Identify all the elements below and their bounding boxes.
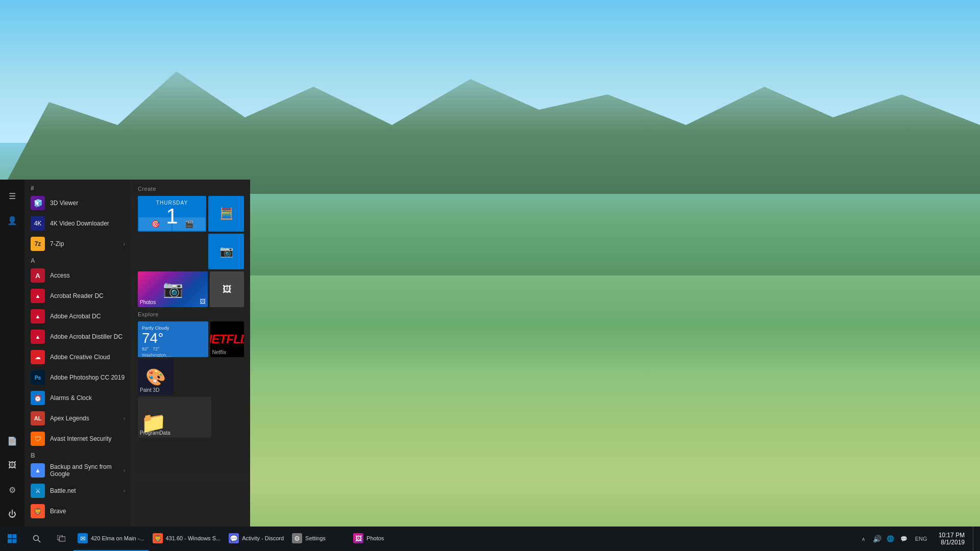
show-desktop-btn[interactable] xyxy=(973,527,976,551)
app-label-3d-viewer: 3D Viewer xyxy=(50,199,125,207)
taskbar: ✉ 420 Elma on Main -... 🦁 431.60 - Windo… xyxy=(0,527,980,551)
tiles-row-4: 🎨 Paint 3D xyxy=(138,359,244,395)
start-photos-btn[interactable]: 🖼 xyxy=(0,453,24,478)
app-icon-avast: 🛡 xyxy=(31,432,45,446)
start-hamburger-btn[interactable]: ☰ xyxy=(0,184,24,208)
tile-netflix[interactable]: NETFLIX Netflix xyxy=(210,321,244,357)
tray-language[interactable]: ENG xyxy=(912,536,930,542)
tiles-row-1: Thursday 1 🎯 🎬 🧮 📷 xyxy=(138,196,244,269)
start-doc-btn[interactable]: 📄 xyxy=(0,429,24,453)
app-label-alarms: Alarms & Clock xyxy=(50,394,125,402)
app-item-7zip[interactable]: 7z 7-Zip › xyxy=(24,234,131,254)
svg-line-5 xyxy=(38,540,41,543)
app-item-acrobat-reader[interactable]: ▲ Acrobat Reader DC xyxy=(24,286,131,306)
svg-rect-2 xyxy=(8,539,12,543)
app-item-avast[interactable]: 🛡 Avast Internet Security xyxy=(24,429,131,449)
tile-calc-icon: 🧮 xyxy=(219,207,233,220)
taskbar-item-outlook[interactable]: ✉ 420 Elma on Main -... xyxy=(74,527,149,551)
app-icon-alarms: ⏰ xyxy=(31,391,45,405)
taskbar-icon-brave: 🦁 xyxy=(153,533,163,543)
app-icon-brave: 🦁 xyxy=(31,504,45,518)
explore-label: Explore xyxy=(138,311,244,317)
app-item-3d-viewer[interactable]: 🧊 3D Viewer xyxy=(24,193,131,213)
tile-photos-icon: 📷 xyxy=(163,279,183,298)
task-view-btn[interactable] xyxy=(49,527,74,551)
app-label-photoshop: Adobe Photoshop CC 2019 xyxy=(50,374,125,381)
app-item-backup[interactable]: ▲ Backup and Sync from Google › xyxy=(24,460,131,481)
app-icon-creative-cloud: ☁ xyxy=(31,350,45,364)
app-icon-3d-viewer: 🧊 xyxy=(31,196,45,210)
app-item-creative-cloud[interactable]: ☁ Adobe Creative Cloud xyxy=(24,347,131,367)
tray-chevron-btn[interactable]: ∧ xyxy=(858,527,869,551)
tile-programdata-label: ProgramData xyxy=(140,430,170,436)
taskbar-item-discord[interactable]: 💬 Activity - Discord xyxy=(225,527,288,551)
tile-programdata[interactable]: 📁 ProgramData xyxy=(138,397,211,438)
tiles-row-2: 📷 Photos 🖼 🖼 xyxy=(138,271,244,307)
start-user-btn[interactable]: 👤 xyxy=(0,208,24,233)
tile-sub-video: 🎬 xyxy=(173,217,205,231)
start-button[interactable] xyxy=(0,527,24,551)
tile-gray-icon: 🖼 xyxy=(223,284,232,295)
app-label-apex: Apex Legends xyxy=(50,415,118,422)
tile-camera-icon: 📷 xyxy=(219,245,233,258)
svg-rect-7 xyxy=(59,537,65,541)
tray-volume-icon[interactable]: 🔊 xyxy=(871,527,884,551)
tray-icons: 🔊 🌐 💬 xyxy=(871,527,910,551)
app-icon-apex: AL xyxy=(31,411,45,425)
tile-calendar-sub: 🎯 🎬 xyxy=(139,217,205,231)
app-item-adobe-acrobat[interactable]: ▲ Adobe Acrobat DC xyxy=(24,306,131,327)
app-item-battle[interactable]: ⚔ Battle.net › xyxy=(24,481,131,501)
svg-rect-0 xyxy=(8,534,12,538)
app-icon-battle: ⚔ xyxy=(31,484,45,498)
tile-calc[interactable]: 🧮 xyxy=(208,196,244,232)
tile-sub-groove: 🎯 xyxy=(139,217,172,231)
app-item-alarms[interactable]: ⏰ Alarms & Clock xyxy=(24,388,131,408)
taskbar-icon-photos: 🖼 xyxy=(353,533,363,543)
taskbar-icon-discord: 💬 xyxy=(229,533,239,543)
taskbar-item-settings[interactable]: ⚙ Settings xyxy=(288,527,349,551)
taskbar-item-photos[interactable]: 🖼 Photos xyxy=(349,527,410,551)
tile-weather-location: Washington,... xyxy=(142,353,171,357)
app-label-access: Access xyxy=(50,272,125,279)
taskbar-icon-settings: ⚙ xyxy=(292,533,302,543)
tray-clock[interactable]: 10:17 PM 8/1/2019 xyxy=(933,527,971,551)
app-item-adobe-distiller[interactable]: ▲ Adobe Acrobat Distiller DC xyxy=(24,327,131,347)
tile-photos[interactable]: 📷 Photos 🖼 xyxy=(138,271,208,307)
app-item-access[interactable]: A Access xyxy=(24,265,131,286)
app-arrow-backup: › xyxy=(124,468,125,473)
tile-camera[interactable]: 📷 xyxy=(208,234,244,269)
tile-small-gray[interactable]: 🖼 xyxy=(210,271,244,307)
app-item-brave[interactable]: 🦁 Brave xyxy=(24,501,131,521)
app-label-battle: Battle.net xyxy=(50,487,118,494)
start-settings-btn[interactable]: ⚙ xyxy=(0,478,24,502)
app-item-apex[interactable]: AL Apex Legends › xyxy=(24,408,131,429)
taskbar-search-btn[interactable] xyxy=(24,527,49,551)
app-item-4k[interactable]: 4K 4K Video Downloader xyxy=(24,213,131,234)
letter-a: A xyxy=(24,254,131,265)
tile-weather[interactable]: Partly Cloudy 74° 82° 72° Washington,... xyxy=(138,321,208,357)
svg-rect-3 xyxy=(13,539,17,543)
app-item-photoshop[interactable]: Ps Adobe Photoshop CC 2019 xyxy=(24,367,131,388)
tray-notification-icon[interactable]: 💬 xyxy=(898,527,910,551)
taskbar-text-discord: Activity - Discord xyxy=(242,535,284,541)
tile-calendar[interactable]: Thursday 1 🎯 🎬 xyxy=(138,196,206,232)
tile-weather-condition: Partly Cloudy xyxy=(142,325,169,331)
app-label-brave: Brave xyxy=(50,508,125,515)
taskbar-item-brave[interactable]: 🦁 431.60 - Windows S... xyxy=(149,527,225,551)
tray-network-icon[interactable]: 🌐 xyxy=(885,527,897,551)
app-label-adobe-acrobat: Adobe Acrobat DC xyxy=(50,313,125,320)
tray-time: 10:17 PM xyxy=(939,532,965,539)
app-label-4k: 4K Video Downloader xyxy=(50,220,125,227)
tile-weather-range: 82° 72° xyxy=(142,346,160,352)
taskbar-text-outlook: 420 Elma on Main -... xyxy=(91,535,144,541)
tiles-row-5: 📁 ProgramData xyxy=(138,397,244,438)
app-icon-photoshop: Ps xyxy=(31,370,45,385)
tile-netflix-label: Netflix xyxy=(212,349,227,355)
create-label: Create xyxy=(138,186,244,192)
start-power-btn[interactable]: ⏻ xyxy=(0,502,24,527)
start-nav: ☰ 👤 📄 🖼 ⚙ ⏻ xyxy=(0,180,24,527)
tile-paint3d[interactable]: 🎨 Paint 3D xyxy=(138,359,174,395)
tile-photos-corner: 🖼 xyxy=(200,298,206,305)
app-icon-7zip: 7z xyxy=(31,237,45,251)
app-label-avast: Avast Internet Security xyxy=(50,435,125,442)
